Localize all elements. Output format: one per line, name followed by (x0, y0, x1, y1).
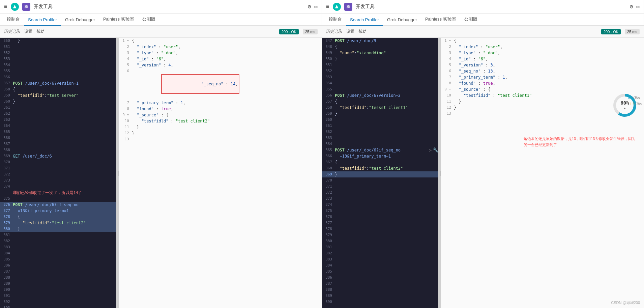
line-352: 352 (0, 50, 116, 56)
divider-left[interactable]: ‖ (116, 38, 119, 308)
response-pane-left: 1 ▾ { 2 "_index" : "user", 3 "_type" : "… (119, 38, 322, 308)
rp-line-360: 360 (322, 117, 438, 123)
rp-line-359: 359 } (322, 111, 438, 117)
settings-btn-left[interactable]: 设置 (24, 29, 32, 34)
line-366: 366 (0, 135, 116, 141)
rp-line-354: 354 (322, 80, 438, 86)
rp-line-369[interactable]: 369 } (322, 171, 438, 177)
rp-line-371: 371 (322, 184, 438, 190)
rp-line-381: 381 (322, 244, 438, 250)
line-376-selected[interactable]: 376 POST /user/_doc/6?if_seq_no (0, 202, 116, 208)
tab-beta-right[interactable]: 公测版 (460, 13, 481, 26)
hamburger-icon-right[interactable]: ≡ (326, 3, 329, 10)
rp-line-378: 378 (322, 226, 438, 232)
line-388: 388 (0, 275, 116, 281)
rp-line-356: 356 POST /user/_doc/6?version=2 (322, 92, 438, 99)
resp-line-2: 2 "_index" : "user", (119, 44, 322, 50)
response-pane-right: 1 ▾ { 2 "_index" : "user", 3 "_type" : "… (441, 38, 644, 308)
main-content-left: 350 } 351 352 353 354 355 356 357 (0, 38, 322, 308)
resp-line-1: 1 ▾ { (119, 38, 322, 44)
settings-icon-right[interactable]: ⚙ (630, 3, 633, 10)
run-icon-right[interactable]: ▷ (429, 147, 432, 153)
toolbar-right: 历史记录 设置 帮助 200 - OK 25 ms (322, 26, 644, 38)
rresp-line-7: 7 "_primary_term" : 1, (441, 74, 644, 80)
left-panel: ≡ 联 开发工具 ⚙ ✉ 控制台 Search Profiler Grok De… (0, 0, 322, 308)
line-386: 386 (0, 262, 116, 269)
line-365: 365 (0, 129, 116, 135)
settings-btn-right[interactable]: 设置 (346, 29, 354, 34)
rp-line-374: 374 (322, 202, 438, 208)
line-372: 372 (0, 171, 116, 177)
line-368: 368 (0, 147, 116, 153)
logo-right (333, 3, 341, 11)
hamburger-icon-left[interactable]: ≡ (4, 3, 7, 10)
wrench-icon-right[interactable]: 🔧 (433, 147, 438, 153)
rp-line-377: 377 (322, 220, 438, 226)
resp-line-3: 3 "_type" : "_doc", (119, 50, 322, 56)
circle-chart: 60% + 0.7KB/s 11.5KB/s (611, 92, 638, 119)
rp-line-348: 348 { (322, 44, 438, 50)
watermark: CSDN @顾城200 (611, 300, 640, 305)
rresp-line-8: 8 "found" : true, (441, 80, 644, 86)
divider-right[interactable]: ‖ (438, 38, 441, 308)
line-353: 353 (0, 56, 116, 62)
line-377-selected: 377 =13&if_primary_term=1 (0, 208, 116, 214)
resp-line-4: 4 "_id" : "6", (119, 56, 322, 62)
tab-console-left[interactable]: 控制台 (3, 13, 24, 26)
tab-search-profiler-right[interactable]: Search Profiler (346, 15, 383, 26)
rp-line-367: 367 { (322, 159, 438, 165)
line-385: 385 (0, 256, 116, 262)
line-369: 369 GET /user/_doc/6 (0, 153, 116, 159)
tab-painless-left[interactable]: Painless 实验室 (99, 13, 138, 26)
rp-line-358: 358 "testfidId":"tessst client1" (322, 105, 438, 111)
resp-line-11: 11 } (119, 124, 322, 130)
rp-line-375: 375 (322, 208, 438, 214)
tab-search-profiler-left[interactable]: Search Profiler (24, 15, 61, 26)
dev-icon-left: 联 (22, 3, 30, 11)
rp-line-387: 387 (322, 281, 438, 287)
right-header: ≡ 联 开发工具 ⚙ ✉ (322, 0, 644, 13)
tab-painless-right[interactable]: Painless 实验室 (421, 13, 460, 26)
rp-line-347: 347 POST /user/_doc/9 (322, 38, 438, 44)
comment-text-left: 哪们已经修改过了一次了，所以是14了 (12, 190, 116, 196)
help-btn-right[interactable]: 帮助 (358, 29, 367, 34)
rresp-line-1: 1 ▾ { (441, 38, 644, 44)
resp-line-5: 5 "_version" : 4, (119, 62, 322, 68)
mail-icon-left[interactable]: ✉ (314, 3, 318, 10)
nav-tabs-right: 控制台 Search Profiler Grok Debugger Painle… (322, 13, 644, 26)
comment-row-left: 哪们已经修改过了一次了，所以是14了 (0, 190, 116, 196)
line-351: 351 (0, 44, 116, 50)
request-editor-left[interactable]: 350 } 351 352 353 354 355 356 357 (0, 38, 116, 308)
tab-grok-left[interactable]: Grok Debugger (61, 15, 99, 26)
rp-line-362: 362 (322, 129, 438, 135)
line-382: 382 (0, 238, 116, 244)
history-btn-right[interactable]: 历史记录 (326, 29, 342, 34)
right-panel: ≡ 联 开发工具 ⚙ ✉ 控制台 Search Profiler Grok De… (322, 0, 644, 308)
rp-line-376: 376 (322, 214, 438, 220)
line-380-selected: 380 } (0, 226, 116, 232)
panel-title-right: 开发工具 (356, 4, 375, 10)
mail-icon-right[interactable]: ✉ (636, 3, 640, 10)
tab-console-right[interactable]: 控制台 (325, 13, 346, 26)
rresp-line-3: 3 "_type" : "_doc", (441, 50, 644, 56)
settings-icon-left[interactable]: ⚙ (308, 3, 311, 10)
rp-line-373: 373 (322, 196, 438, 202)
rp-line-383: 383 (322, 256, 438, 262)
line-367: 367 (0, 141, 116, 147)
line-356: 356 (0, 74, 116, 80)
history-btn-left[interactable]: 历史记录 (4, 29, 20, 34)
help-btn-left[interactable]: 帮助 (36, 29, 45, 34)
main-content-right: 347 POST /user/_doc/9 348 { 349 "name":"… (322, 38, 644, 308)
line-387: 387 (0, 269, 116, 275)
resp-line-7: 7 "_primary_term" : 1, (119, 100, 322, 106)
rp-line-382: 382 (322, 250, 438, 256)
rp-line-388: 388 (322, 287, 438, 293)
rp-line-366: 366 =13&if_primary_term=1 (322, 153, 438, 159)
tab-beta-left[interactable]: 公测版 (138, 13, 159, 26)
tab-grok-right[interactable]: Grok Debugger (383, 15, 421, 26)
rp-line-365: 365 POST /user/_doc/6?if_seq_no ▷ 🔧 (322, 147, 438, 153)
request-editor-right[interactable]: 347 POST /user/_doc/9 348 { 349 "name":"… (322, 38, 438, 308)
dev-icon-right: 联 (344, 3, 352, 11)
rp-line-349: 349 "name":"xiaomdding" (322, 50, 438, 56)
status-badge-left: 200 - OK (279, 29, 299, 34)
